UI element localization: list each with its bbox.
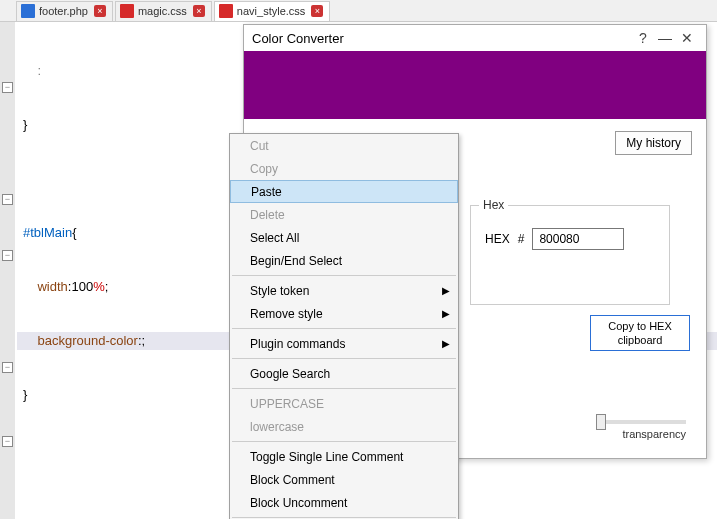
tab-magic-css[interactable]: magic.css × (115, 1, 212, 21)
fold-icon[interactable]: − (2, 362, 13, 373)
tab-footer-php[interactable]: footer.php × (16, 1, 113, 21)
separator (232, 328, 456, 329)
fold-icon[interactable]: − (2, 250, 13, 261)
ctx-block-uncomment[interactable]: Block Uncomment (230, 491, 458, 514)
chevron-right-icon: ▶ (442, 338, 450, 349)
ctx-label: Plugin commands (250, 337, 345, 351)
ctx-lowercase[interactable]: lowercase (230, 415, 458, 438)
fold-icon[interactable]: − (2, 82, 13, 93)
ctx-block-comment[interactable]: Block Comment (230, 468, 458, 491)
chevron-right-icon: ▶ (442, 308, 450, 319)
ctx-remove-style[interactable]: Remove style▶ (230, 302, 458, 325)
tab-label: navi_style.css (237, 5, 305, 17)
tab-edge (2, 1, 16, 21)
ctx-google-search[interactable]: Google Search (230, 362, 458, 385)
hex-group: Hex HEX # (470, 205, 670, 305)
php-icon (21, 4, 35, 18)
transparency-label: transparency (596, 428, 686, 440)
transparency-slider-area: transparency (596, 420, 686, 440)
transparency-slider[interactable] (596, 420, 686, 424)
copy-to-hex-button[interactable]: Copy to HEX clipboard (590, 315, 690, 351)
ctx-copy[interactable]: Copy (230, 157, 458, 180)
ctx-select-all[interactable]: Select All (230, 226, 458, 249)
css-icon (120, 4, 134, 18)
separator (232, 358, 456, 359)
minimize-icon[interactable]: — (654, 27, 676, 49)
separator (232, 388, 456, 389)
ctx-begin-end-select[interactable]: Begin/End Select (230, 249, 458, 272)
separator (232, 275, 456, 276)
tab-label: footer.php (39, 5, 88, 17)
fold-gutter: − − − − − (0, 22, 15, 519)
fold-icon[interactable]: − (2, 436, 13, 447)
hex-prefix-label: HEX (485, 232, 510, 246)
fold-icon[interactable]: − (2, 194, 13, 205)
chevron-right-icon: ▶ (442, 285, 450, 296)
ctx-paste[interactable]: Paste (230, 180, 458, 203)
css-icon (219, 4, 233, 18)
help-icon[interactable]: ? (632, 27, 654, 49)
hex-group-label: Hex (479, 198, 508, 212)
separator (232, 441, 456, 442)
close-icon[interactable]: × (311, 5, 323, 17)
color-preview (244, 51, 706, 119)
panel-titlebar[interactable]: Color Converter ? — ✕ (244, 25, 706, 51)
ctx-cut[interactable]: Cut (230, 134, 458, 157)
ctx-delete[interactable]: Delete (230, 203, 458, 226)
hex-input[interactable] (532, 228, 624, 250)
separator (232, 517, 456, 518)
ctx-label: Remove style (250, 307, 323, 321)
tab-navi-style-css[interactable]: navi_style.css × (214, 1, 330, 21)
ctx-uppercase[interactable]: UPPERCASE (230, 392, 458, 415)
ctx-style-token[interactable]: Style token▶ (230, 279, 458, 302)
slider-thumb[interactable] (596, 414, 606, 430)
tab-label: magic.css (138, 5, 187, 17)
context-menu: Cut Copy Paste Delete Select All Begin/E… (229, 133, 459, 519)
my-history-button[interactable]: My history (615, 131, 692, 155)
ctx-plugin-commands[interactable]: Plugin commands▶ (230, 332, 458, 355)
close-icon[interactable]: × (193, 5, 205, 17)
panel-title: Color Converter (252, 31, 632, 46)
ctx-toggle-line-comment[interactable]: Toggle Single Line Comment (230, 445, 458, 468)
tab-bar: footer.php × magic.css × navi_style.css … (0, 0, 717, 22)
close-icon[interactable]: ✕ (676, 27, 698, 49)
ctx-label: Style token (250, 284, 309, 298)
hash-label: # (518, 232, 525, 246)
close-icon[interactable]: × (94, 5, 106, 17)
